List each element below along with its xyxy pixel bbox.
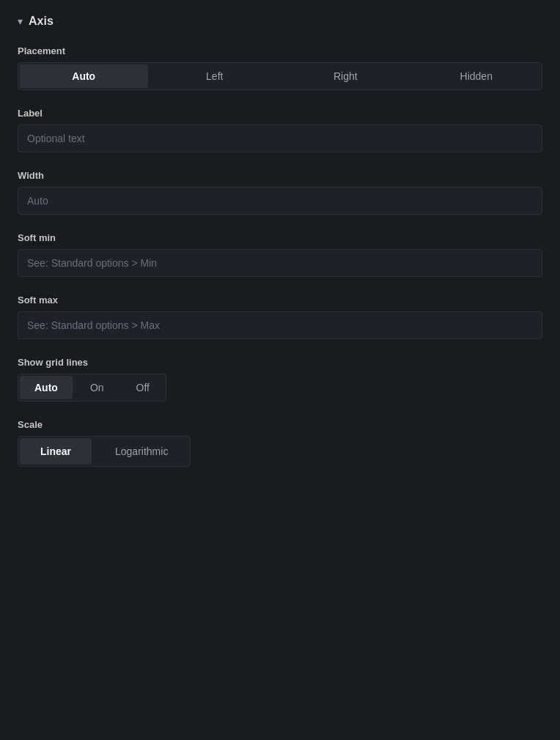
- soft-max-input[interactable]: [18, 311, 542, 339]
- soft-min-label: Soft min: [18, 232, 542, 243]
- grid-lines-label: Show grid lines: [18, 357, 542, 368]
- soft-min-field-group: Soft min: [18, 232, 542, 277]
- placement-auto-button[interactable]: Auto: [20, 64, 148, 88]
- placement-left-button[interactable]: Left: [151, 64, 279, 88]
- placement-right-button[interactable]: Right: [281, 64, 410, 88]
- grid-lines-off-button[interactable]: Off: [122, 376, 164, 399]
- grid-lines-button-group: Auto On Off: [18, 374, 166, 402]
- scale-logarithmic-button[interactable]: Logarithmic: [95, 438, 188, 465]
- grid-lines-on-button[interactable]: On: [75, 376, 119, 399]
- width-field-group: Width: [18, 170, 542, 215]
- label-field-label: Label: [18, 108, 542, 119]
- section-header[interactable]: ▾ Axis: [18, 15, 542, 28]
- section-title: Axis: [29, 15, 54, 28]
- width-input[interactable]: [18, 187, 542, 215]
- label-field-group: Label: [18, 108, 542, 152]
- chevron-down-icon: ▾: [18, 15, 23, 27]
- scale-field-group: Scale Linear Logarithmic: [18, 419, 542, 467]
- grid-lines-auto-button[interactable]: Auto: [20, 376, 73, 399]
- scale-label: Scale: [18, 419, 542, 430]
- placement-hidden-button[interactable]: Hidden: [413, 64, 541, 88]
- scale-linear-button[interactable]: Linear: [20, 438, 92, 465]
- scale-button-group: Linear Logarithmic: [18, 436, 191, 467]
- grid-lines-field-group: Show grid lines Auto On Off: [18, 357, 542, 402]
- label-input[interactable]: [18, 125, 542, 152]
- soft-max-field-group: Soft max: [18, 295, 542, 339]
- soft-max-label: Soft max: [18, 295, 542, 306]
- width-field-label: Width: [18, 170, 542, 181]
- soft-min-input[interactable]: [18, 249, 542, 277]
- placement-label: Placement: [18, 45, 542, 56]
- placement-button-group: Auto Left Right Hidden: [18, 62, 542, 90]
- placement-field-group: Placement Auto Left Right Hidden: [18, 45, 542, 90]
